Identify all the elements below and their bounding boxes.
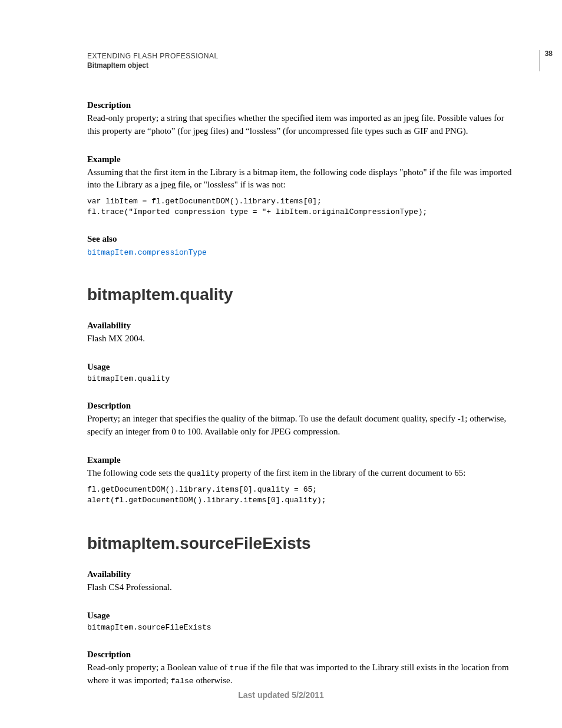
footer-text: Last updated 5/2/2011: [0, 690, 562, 700]
availability-text: Flash MX 2004.: [87, 332, 516, 345]
usage-code-3: bitmapItem.sourceFileExists: [87, 622, 516, 633]
page-header: EXTENDING FLASH PROFESSIONAL BitmapItem …: [87, 52, 516, 70]
example-text-pre: The following code sets the: [87, 468, 187, 477]
desc-post: otherwise.: [194, 676, 233, 685]
usage-code: bitmapItem.quality: [87, 374, 516, 384]
desc-code2: false: [171, 677, 194, 686]
seealso-link[interactable]: bitmapItem.compressionType: [87, 248, 207, 257]
example-text: Assuming that the first item in the Libr…: [87, 166, 516, 192]
desc-code1: true: [230, 664, 248, 673]
seealso-label: See also: [87, 234, 516, 244]
description-label-3: Description: [87, 650, 516, 660]
usage-label: Usage: [87, 362, 516, 372]
example-label-2: Example: [87, 455, 516, 465]
availability-label: Availability: [87, 321, 516, 331]
description-label-2: Description: [87, 401, 516, 411]
description-text-2: Property; an integer that specifies the …: [87, 413, 516, 439]
example-code: var libItem = fl.getDocumentDOM().librar…: [87, 196, 516, 218]
example-text-2: The following code sets the quality prop…: [87, 467, 516, 480]
desc-pre: Read-only property; a Boolean value of: [87, 663, 230, 672]
heading-quality: bitmapItem.quality: [87, 285, 516, 304]
availability-label-3: Availability: [87, 569, 516, 579]
description-label: Description: [87, 100, 516, 110]
availability-text-3: Flash CS4 Professional.: [87, 581, 516, 594]
header-subtitle: BitmapItem object: [87, 61, 516, 70]
example-text-post: property of the first item in the librar…: [219, 468, 465, 477]
usage-label-3: Usage: [87, 611, 516, 621]
description-text-3: Read-only property; a Boolean value of t…: [87, 661, 516, 687]
example-text-code: quality: [187, 469, 220, 478]
header-title: EXTENDING FLASH PROFESSIONAL: [87, 52, 516, 60]
page-number: 38: [540, 50, 553, 71]
example-label: Example: [87, 154, 516, 164]
example-code-2: fl.getDocumentDOM().library.items[0].qua…: [87, 485, 516, 506]
heading-sourcefileexists: bitmapItem.sourceFileExists: [87, 534, 516, 553]
description-text: Read-only property; a string that specif…: [87, 112, 516, 138]
